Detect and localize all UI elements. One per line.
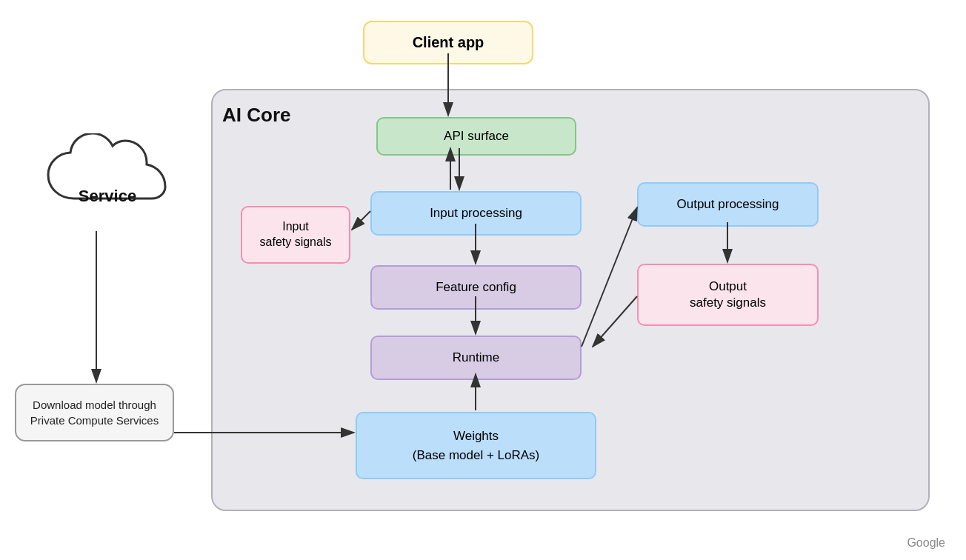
input-processing-box: Input processing	[370, 191, 582, 236]
ai-core-label: AI Core	[222, 104, 290, 127]
output-safety-label: Outputsafety signals	[690, 279, 766, 310]
input-safety-label: Inputsafety signals	[260, 220, 332, 248]
input-safety-box: Inputsafety signals	[241, 206, 350, 264]
google-logo: Google	[907, 536, 945, 550]
diagram: Client app AI Core API surface Input pro…	[0, 0, 966, 560]
client-app-label: Client app	[413, 34, 484, 50]
download-box: Download model through Private Compute S…	[15, 384, 174, 441]
output-processing-label: Output processing	[677, 197, 779, 211]
runtime-label: Runtime	[453, 350, 499, 364]
input-processing-label: Input processing	[430, 206, 522, 220]
feature-config-box: Feature config	[370, 265, 582, 310]
service-cloud	[30, 133, 178, 225]
service-label: Service	[63, 187, 152, 206]
download-label: Download model through Private Compute S…	[30, 399, 159, 427]
output-processing-box: Output processing	[637, 182, 819, 227]
feature-config-label: Feature config	[436, 280, 516, 294]
weights-label: Weights(Base model + LoRAs)	[413, 429, 540, 462]
weights-box: Weights(Base model + LoRAs)	[356, 412, 596, 479]
api-surface-label: API surface	[444, 129, 509, 143]
cloud-icon	[33, 133, 174, 222]
runtime-box: Runtime	[370, 336, 582, 380]
output-safety-box: Outputsafety signals	[637, 264, 819, 326]
api-surface-box: API surface	[376, 117, 576, 156]
client-app-box: Client app	[363, 21, 533, 64]
